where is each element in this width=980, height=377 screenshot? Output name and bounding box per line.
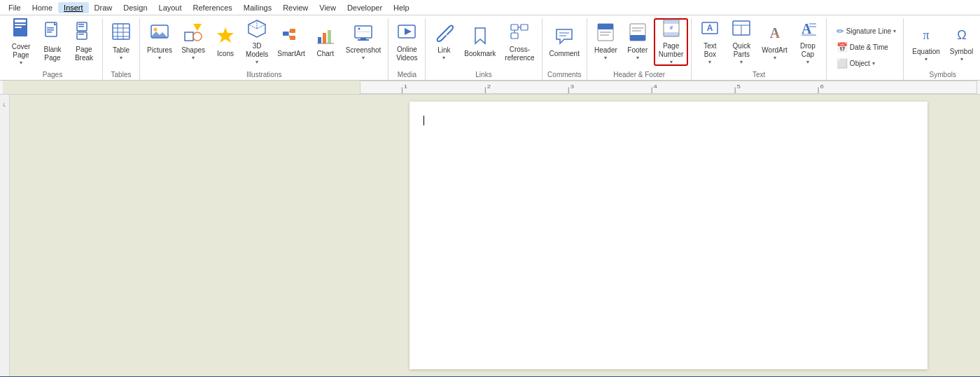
svg-marker-25 <box>217 27 234 43</box>
comment-button[interactable]: Comment <box>545 18 584 66</box>
svg-rect-28 <box>290 36 295 40</box>
cross-reference-button[interactable]: Cross-reference <box>500 18 538 66</box>
online-videos-label: OnlineVideos <box>396 46 417 62</box>
menu-draw[interactable]: Draw <box>89 2 118 13</box>
pictures-icon <box>150 22 169 45</box>
menu-developer[interactable]: Developer <box>342 2 388 13</box>
date-time-icon: 📅 <box>836 42 848 53</box>
illustrations-group-label: Illustrations <box>143 69 385 80</box>
quick-parts-dropdown: ▾ <box>740 59 743 66</box>
footer-button[interactable]: Footer ▾ <box>622 18 653 66</box>
screenshot-button[interactable]: Screenshot ▾ <box>342 18 386 66</box>
page-number-icon: # <box>662 18 680 41</box>
svg-line-42 <box>441 29 447 35</box>
header-footer-group-label: Header & Footer <box>590 69 688 80</box>
date-time-button[interactable]: 📅 Date & Time <box>832 40 901 55</box>
table-button[interactable]: Table ▾ <box>106 18 136 66</box>
equation-dropdown: ▾ <box>925 56 927 63</box>
svg-rect-5 <box>47 27 54 29</box>
table-label: Table <box>113 46 130 55</box>
symbol-icon: Ω <box>952 24 972 46</box>
3d-models-button[interactable]: 3DModels ▾ <box>241 18 272 66</box>
menu-layout[interactable]: Layout <box>153 2 188 13</box>
page-break-label: PageBreak <box>75 46 93 62</box>
symbols-group-label: Symbols <box>905 69 980 80</box>
menu-design[interactable]: Design <box>118 2 153 13</box>
svg-rect-22 <box>185 32 193 41</box>
svg-rect-31 <box>318 37 321 43</box>
svg-rect-53 <box>630 35 645 41</box>
link-icon <box>434 22 454 45</box>
object-button[interactable]: ⬜ Object ▾ <box>832 56 901 71</box>
pictures-dropdown: ▾ <box>158 55 161 62</box>
menu-references[interactable]: References <box>188 2 238 13</box>
menu-help[interactable]: Help <box>388 2 415 13</box>
chart-button[interactable]: Chart <box>310 18 341 66</box>
shapes-icon <box>183 22 203 45</box>
ribbon-group-pages: CoverPage ▾ BlankPage <box>3 18 103 80</box>
svg-text:3: 3 <box>570 84 575 89</box>
comment-label: Comment <box>550 50 580 58</box>
signature-line-button[interactable]: ✏ Signature Line ▾ <box>832 24 901 39</box>
menu-mailings[interactable]: Mailings <box>238 2 277 13</box>
icons-button[interactable]: Icons <box>210 18 241 66</box>
page-number-button[interactable]: # PageNumber ▾ <box>654 18 689 66</box>
menu-review[interactable]: Review <box>277 2 314 13</box>
svg-rect-32 <box>323 33 326 43</box>
bookmark-icon <box>470 26 490 48</box>
ribbon-group-tables: Table ▾ Tables <box>103 18 140 80</box>
equation-icon: π <box>916 24 936 46</box>
svg-rect-14 <box>113 24 130 39</box>
menu-home[interactable]: Home <box>27 2 58 13</box>
equation-label: Equation <box>912 48 939 56</box>
object-label: Object <box>850 60 870 67</box>
page-break-button[interactable]: PageBreak <box>69 18 99 66</box>
svg-text:2: 2 <box>487 84 491 89</box>
footer-icon <box>629 22 647 45</box>
svg-point-21 <box>154 28 158 32</box>
chart-label: Chart <box>317 50 334 58</box>
svg-rect-3 <box>15 27 22 28</box>
svg-rect-7 <box>47 32 52 33</box>
blank-page-button[interactable]: BlankPage <box>37 18 68 66</box>
svg-rect-36 <box>360 38 366 39</box>
header-button[interactable]: Header ▾ <box>590 18 622 66</box>
ribbon-group-text: A TextBox ▾ QuickParts <box>692 18 827 80</box>
bookmark-button[interactable]: Bookmark <box>460 18 500 66</box>
smartart-button[interactable]: SmartArt <box>273 18 309 66</box>
link-button[interactable]: Link ▾ <box>428 18 459 66</box>
icons-label: Icons <box>217 50 234 58</box>
menu-file[interactable]: File <box>3 2 27 13</box>
icons-icon <box>216 26 235 48</box>
online-videos-icon <box>397 22 416 44</box>
equation-button[interactable]: π Equation ▾ <box>908 20 944 67</box>
drop-cap-button[interactable]: A DropCap ▾ <box>792 18 823 66</box>
comments-group-label: Comments <box>545 69 584 80</box>
side-ruler: L <box>0 95 10 376</box>
svg-rect-12 <box>78 26 84 27</box>
cover-page-button[interactable]: CoverPage ▾ <box>6 18 36 66</box>
symbol-button[interactable]: Ω Symbol ▾ <box>946 20 977 67</box>
chart-icon <box>316 26 335 48</box>
3d-models-dropdown: ▾ <box>255 59 258 66</box>
document-page[interactable] <box>410 102 927 369</box>
text-box-label: TextBox <box>704 42 716 59</box>
svg-rect-49 <box>598 24 613 29</box>
text-box-button[interactable]: A TextBox ▾ <box>694 18 725 66</box>
svg-text:A: A <box>707 23 713 33</box>
pictures-button[interactable]: Pictures ▾ <box>143 18 176 66</box>
menu-view[interactable]: View <box>314 2 342 13</box>
doc-area[interactable] <box>357 95 980 376</box>
shapes-button[interactable]: Shapes ▾ <box>177 18 209 66</box>
ribbon-group-media: OnlineVideos Media <box>388 18 426 80</box>
symbol-label: Symbol <box>950 48 973 56</box>
quick-parts-button[interactable]: QuickParts ▾ <box>726 18 757 66</box>
wordart-button[interactable]: A WordArt ▾ <box>757 18 792 66</box>
menu-insert[interactable]: Insert <box>58 2 89 13</box>
text-right-label <box>832 72 901 75</box>
svg-text:5: 5 <box>737 84 741 89</box>
ribbon-group-comments: Comment Comments <box>542 18 587 80</box>
online-videos-button[interactable]: OnlineVideos <box>391 18 422 66</box>
header-label: Header <box>594 46 617 55</box>
screenshot-dropdown: ▾ <box>362 55 365 62</box>
